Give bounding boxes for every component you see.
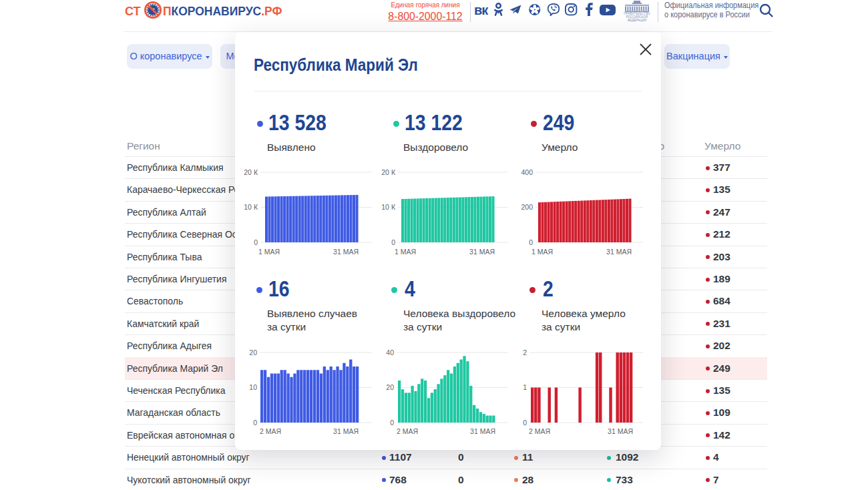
svg-text:1 МАЯ: 1 МАЯ	[395, 248, 416, 256]
svg-text:0: 0	[529, 238, 533, 246]
svg-text:0: 0	[523, 419, 527, 427]
svg-text:10 К: 10 К	[244, 203, 258, 211]
svg-text:1: 1	[523, 383, 527, 391]
svg-text:31 МАЯ: 31 МАЯ	[606, 248, 632, 256]
svg-text:0: 0	[253, 419, 257, 427]
svg-text:0: 0	[390, 419, 394, 427]
svg-text:10 К: 10 К	[381, 203, 396, 211]
svg-text:1 МАЯ: 1 МАЯ	[531, 248, 553, 256]
svg-text:20 К: 20 К	[244, 168, 258, 176]
svg-text:2 МАЯ: 2 МАЯ	[397, 427, 418, 435]
svg-text:1 МАЯ: 1 МАЯ	[258, 248, 280, 256]
svg-text:40: 40	[386, 348, 394, 356]
svg-text:31 МАЯ: 31 МАЯ	[333, 248, 359, 256]
svg-text:31 МАЯ: 31 МАЯ	[469, 248, 495, 256]
svg-text:0: 0	[254, 238, 258, 246]
svg-text:400: 400	[521, 168, 533, 176]
svg-text:2 МАЯ: 2 МАЯ	[260, 427, 281, 435]
svg-text:20: 20	[386, 383, 394, 391]
svg-text:31 МАЯ: 31 МАЯ	[608, 427, 633, 435]
svg-text:31 МАЯ: 31 МАЯ	[333, 427, 359, 435]
svg-text:20 К: 20 К	[381, 168, 396, 176]
svg-text:0: 0	[391, 238, 395, 246]
svg-text:10: 10	[249, 383, 257, 391]
svg-text:31 МАЯ: 31 МАЯ	[470, 427, 495, 435]
svg-text:2 МАЯ: 2 МАЯ	[529, 427, 550, 435]
svg-text:2: 2	[523, 348, 527, 356]
svg-text:200: 200	[521, 203, 533, 211]
svg-text:20: 20	[249, 348, 257, 356]
